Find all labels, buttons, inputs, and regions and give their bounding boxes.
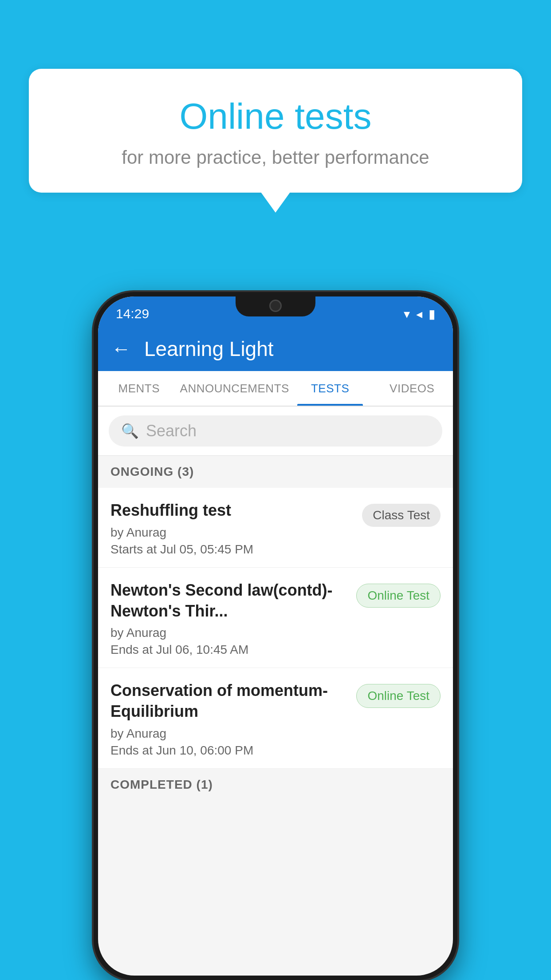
speech-bubble-subtitle: for more practice, better performance: [60, 147, 491, 168]
test-name: Newton's Second law(contd)-Newton's Thir…: [110, 580, 347, 622]
phone-screen: 14:29 ▾ ◂ ▮ ← Learning Light MENTS ANNOU…: [98, 296, 453, 976]
battery-icon: ▮: [429, 307, 435, 321]
speech-bubble-container: Online tests for more practice, better p…: [29, 69, 522, 193]
test-info: Reshuffling test by Anurag Starts at Jul…: [110, 500, 362, 557]
tabs-bar: MENTS ANNOUNCEMENTS TESTS VIDEOS: [98, 371, 453, 407]
test-date: Ends at Jun 10, 06:00 PM: [110, 743, 347, 758]
back-arrow-icon[interactable]: ←: [111, 338, 131, 360]
test-name: Reshuffling test: [110, 500, 353, 521]
test-item[interactable]: Conservation of momentum-Equilibrium by …: [98, 668, 453, 769]
test-author: by Anurag: [110, 626, 347, 640]
signal-icon: ◂: [416, 307, 422, 321]
search-placeholder: Search: [146, 422, 197, 440]
test-item[interactable]: Reshuffling test by Anurag Starts at Jul…: [98, 488, 453, 568]
ongoing-section-header: ONGOING (3): [98, 456, 453, 488]
test-badge-class: Class Test: [362, 504, 441, 527]
wifi-icon: ▾: [404, 307, 410, 321]
test-date: Starts at Jul 05, 05:45 PM: [110, 542, 353, 557]
tab-ments[interactable]: MENTS: [98, 371, 180, 406]
test-info: Newton's Second law(contd)-Newton's Thir…: [110, 580, 356, 657]
test-author: by Anurag: [110, 727, 347, 741]
tab-announcements[interactable]: ANNOUNCEMENTS: [180, 371, 289, 406]
speech-bubble-title: Online tests: [60, 95, 491, 137]
status-icons: ▾ ◂ ▮: [404, 307, 435, 321]
test-item[interactable]: Newton's Second law(contd)-Newton's Thir…: [98, 568, 453, 668]
app-bar: ← Learning Light: [98, 327, 453, 371]
search-container: 🔍 Search: [98, 407, 453, 456]
phone-frame: 14:29 ▾ ◂ ▮ ← Learning Light MENTS ANNOU…: [94, 292, 457, 980]
phone-outer: 14:29 ▾ ◂ ▮ ← Learning Light MENTS ANNOU…: [94, 292, 457, 980]
status-time: 14:29: [116, 306, 149, 321]
test-info: Conservation of momentum-Equilibrium by …: [110, 680, 356, 758]
search-icon: 🔍: [121, 423, 139, 439]
speech-bubble: Online tests for more practice, better p…: [29, 69, 522, 193]
test-list: Reshuffling test by Anurag Starts at Jul…: [98, 488, 453, 769]
test-badge-online: Online Test: [356, 584, 441, 608]
phone-notch: [236, 292, 315, 316]
test-date: Ends at Jul 06, 10:45 AM: [110, 643, 347, 657]
app-title: Learning Light: [144, 337, 274, 361]
test-badge-online: Online Test: [356, 684, 441, 708]
test-author: by Anurag: [110, 526, 353, 540]
tab-tests[interactable]: TESTS: [289, 371, 371, 406]
search-box[interactable]: 🔍 Search: [109, 415, 442, 447]
test-name: Conservation of momentum-Equilibrium: [110, 680, 347, 722]
tab-videos[interactable]: VIDEOS: [371, 371, 453, 406]
completed-section-header: COMPLETED (1): [98, 769, 453, 801]
